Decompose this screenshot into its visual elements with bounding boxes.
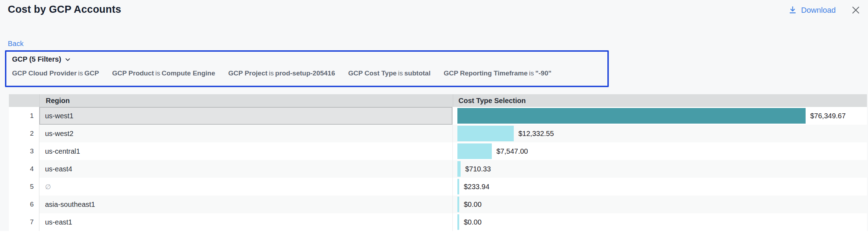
cost-bar: [457, 126, 514, 141]
cost-bar: [457, 197, 459, 212]
table-row[interactable]: 5 ∅ $233.94: [9, 178, 867, 196]
region-cell: us-west1: [39, 107, 453, 125]
filter-value: subtotal: [404, 69, 430, 77]
chevron-down-icon: [65, 56, 71, 63]
download-icon: [788, 6, 797, 15]
row-index: 2: [9, 125, 39, 142]
column-header-cost-type-selection[interactable]: Cost Type Selection: [453, 94, 867, 107]
row-index: 4: [9, 160, 39, 178]
filter-value: Compute Engine: [162, 69, 215, 77]
cost-bar: [457, 179, 459, 194]
cost-value-label: $0.00: [464, 218, 482, 226]
filter-name: GCP Cost Type: [348, 69, 397, 77]
filter-value: GCP: [84, 69, 99, 77]
column-header-region[interactable]: Region: [39, 94, 453, 107]
table-row[interactable]: 1 us-west1 $76,349.67: [9, 107, 867, 125]
back-link[interactable]: Back: [8, 40, 23, 48]
row-index: 5: [9, 178, 39, 196]
bar-cell: $0.00: [453, 196, 867, 213]
region-cell: ∅: [39, 178, 453, 196]
cost-bar: [457, 161, 461, 177]
filter-operator: is: [154, 69, 162, 77]
region-cell: us-east4: [39, 160, 453, 178]
cost-value-label: $233.94: [464, 183, 489, 191]
filter-item: GCP Projectisprod-setup-205416: [228, 69, 335, 77]
filters-dropdown-toggle[interactable]: GCP (5 Filters): [12, 55, 71, 63]
filter-name: GCP Project: [228, 69, 268, 77]
filter-name: GCP Reporting Timeframe: [444, 69, 528, 77]
filter-item: GCP Cost Typeissubtotal: [348, 69, 430, 77]
download-label: Download: [801, 6, 836, 15]
bar-cell: $7,547.00: [453, 142, 867, 160]
filter-panel: GCP (5 Filters) GCP Cloud ProviderisGCP …: [5, 50, 609, 87]
table-row[interactable]: 7 us-east1 $0.00: [9, 213, 867, 231]
cost-bar: [457, 143, 492, 159]
row-number-header: [9, 94, 39, 107]
table-row[interactable]: 3 us-central1 $7,547.00: [9, 142, 867, 160]
filter-value: prod-setup-205416: [275, 69, 335, 77]
filter-name: GCP Cloud Provider: [12, 69, 77, 77]
bar-cell: $12,332.55: [453, 125, 867, 142]
row-index: 7: [9, 213, 39, 231]
cost-value-label: $710.33: [465, 165, 491, 173]
region-cell: us-central1: [39, 142, 453, 160]
cost-value-label: $7,547.00: [496, 147, 528, 155]
close-icon: [851, 5, 861, 15]
row-index: 1: [9, 107, 39, 125]
cost-bar: [457, 214, 459, 230]
page-title: Cost by GCP Accounts: [8, 4, 121, 15]
region-cell: asia-southeast1: [39, 196, 453, 213]
filter-operator: is: [77, 69, 84, 77]
table-body: 1 us-west1 $76,349.67 2 us-west2 $12,332…: [9, 107, 867, 231]
filter-operator: is: [267, 69, 275, 77]
cost-bar: [457, 108, 806, 124]
cost-value-label: $76,349.67: [810, 112, 846, 120]
row-index: 6: [9, 196, 39, 213]
region-cell: us-east1: [39, 213, 453, 231]
download-button[interactable]: Download: [788, 6, 836, 15]
table-row[interactable]: 4 us-east4 $710.33: [9, 160, 867, 178]
bar-cell: $76,349.67: [453, 107, 867, 125]
table-header: Region Cost Type Selection: [9, 94, 867, 107]
bar-cell: $710.33: [453, 160, 867, 178]
region-cell: us-west2: [39, 125, 453, 142]
filter-item: GCP Cloud ProviderisGCP: [12, 69, 99, 77]
filters-summary-label: GCP (5 Filters): [12, 55, 61, 63]
filter-item: GCP ProductisCompute Engine: [112, 69, 215, 77]
bar-cell: $233.94: [453, 178, 867, 196]
table-row[interactable]: 6 asia-southeast1 $0.00: [9, 196, 867, 213]
bar-cell: $0.00: [453, 213, 867, 231]
table-row[interactable]: 2 us-west2 $12,332.55: [9, 125, 867, 142]
filter-list: GCP Cloud ProviderisGCP GCP ProductisCom…: [12, 69, 602, 77]
row-index: 3: [9, 142, 39, 160]
cost-value-label: $12,332.55: [518, 130, 554, 138]
bottom-strip: [0, 231, 868, 238]
filter-value: "-90": [535, 69, 551, 77]
top-actions: Download: [788, 4, 862, 16]
filter-item: GCP Reporting Timeframeis"-90": [444, 69, 551, 77]
cost-table: Region Cost Type Selection 1 us-west1 $7…: [9, 94, 867, 231]
filter-name: GCP Product: [112, 69, 154, 77]
filter-operator: is: [397, 69, 405, 77]
cost-value-label: $0.00: [464, 200, 482, 209]
filter-operator: is: [528, 69, 535, 77]
close-button[interactable]: [850, 4, 862, 16]
